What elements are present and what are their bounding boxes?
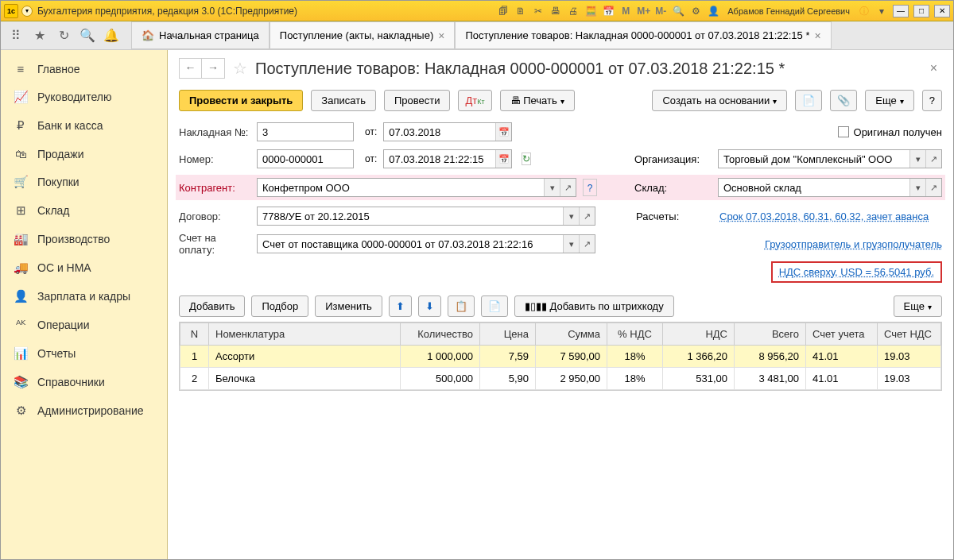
add-row-button[interactable]: Добавить xyxy=(179,295,245,317)
zoom-icon[interactable]: 🔍 xyxy=(672,5,684,17)
table-row[interactable]: 1Ассорти1 000,0007,597 590,0018%1 366,20… xyxy=(180,346,941,368)
transactions-button[interactable]: ДтКт xyxy=(458,90,491,111)
datetime-input[interactable] xyxy=(384,150,495,168)
cell-nomenclature[interactable]: Ассорти xyxy=(209,346,401,368)
cell-vat-account[interactable]: 19.03 xyxy=(878,368,941,390)
toolbar-icon[interactable]: 🗐 xyxy=(497,5,510,17)
refresh-icon[interactable]: ↻ xyxy=(522,153,531,165)
sidebar-item[interactable]: 📊Отчеты xyxy=(1,339,167,368)
sidebar-item[interactable]: 🚚ОС и НМА xyxy=(1,253,167,282)
sidebar-item[interactable]: 🛍Продажи xyxy=(1,140,167,168)
forward-button[interactable]: → xyxy=(202,59,224,78)
payment-input[interactable] xyxy=(258,235,563,253)
cell-account[interactable]: 41.01 xyxy=(806,346,878,368)
original-received-checkbox[interactable]: Оригинал получен xyxy=(838,126,942,138)
col-vat-pct[interactable]: % НДС xyxy=(607,323,663,346)
history-icon[interactable]: ↻ xyxy=(53,25,74,46)
col-vat-account[interactable]: Счет НДС xyxy=(878,323,941,346)
open-icon[interactable]: ↗ xyxy=(925,150,941,168)
table-row[interactable]: 2Белочка500,0005,902 950,0018%531,003 48… xyxy=(180,368,941,390)
calculator-icon[interactable]: 🧮 xyxy=(584,5,597,17)
col-nomenclature[interactable]: Номенклатура xyxy=(209,323,401,346)
settings-icon[interactable]: ⚙ xyxy=(689,5,702,17)
move-down-button[interactable]: ⬇ xyxy=(418,295,441,317)
cell-sum[interactable]: 7 590,00 xyxy=(536,346,607,368)
cell-vat-account[interactable]: 19.03 xyxy=(878,346,941,368)
cell-price[interactable]: 7,59 xyxy=(480,346,536,368)
open-icon[interactable]: ↗ xyxy=(925,179,941,196)
cell-sum[interactable]: 2 950,00 xyxy=(536,368,607,390)
attach-button[interactable]: 📎 xyxy=(830,90,857,111)
maximize-button[interactable]: □ xyxy=(913,5,929,17)
invoice-no-input[interactable] xyxy=(258,123,353,141)
app-menu-icon[interactable]: ▾ xyxy=(21,6,33,17)
dropdown-icon[interactable]: ▾ xyxy=(909,179,925,196)
close-icon[interactable]: × xyxy=(438,29,444,42)
calc-link[interactable]: Срок 07.03.2018, 60.31, 60.32, зачет ава… xyxy=(719,210,942,222)
vat-currency-link[interactable]: НДС сверху, USD = 56,5041 руб. xyxy=(779,266,934,278)
cell-total[interactable]: 8 956,20 xyxy=(735,346,806,368)
cell-price[interactable]: 5,90 xyxy=(480,368,536,390)
dropdown-icon[interactable]: ▾ xyxy=(563,207,579,225)
sidebar-item[interactable]: 🏭Производство xyxy=(1,225,167,253)
dropdown-icon[interactable]: ▾ xyxy=(909,150,925,168)
favorite-icon[interactable]: ★ xyxy=(29,25,50,46)
sidebar-item[interactable]: 📈Руководителю xyxy=(1,83,167,111)
print-button[interactable]: 🖶 Печать▾ xyxy=(500,90,575,111)
dropdown-icon[interactable]: ▾ xyxy=(875,5,888,17)
open-icon[interactable]: ↗ xyxy=(579,235,595,253)
user-icon[interactable]: 👤 xyxy=(707,5,719,17)
tab-receipts[interactable]: Поступление (акты, накладные) × xyxy=(270,21,456,49)
col-price[interactable]: Цена xyxy=(480,323,536,346)
dropdown-icon[interactable]: ▾ xyxy=(544,179,560,196)
toolbar-icon[interactable]: 🗎 xyxy=(514,5,527,17)
sidebar-item[interactable]: ₽Банк и касса xyxy=(1,111,167,140)
sidebar-item[interactable]: ᴬᴷОперации xyxy=(1,311,167,339)
dropdown-icon[interactable]: ▾ xyxy=(563,235,579,253)
org-input[interactable] xyxy=(719,150,909,168)
calendar-icon[interactable]: 📅 xyxy=(495,150,511,168)
col-sum[interactable]: Сумма xyxy=(536,323,607,346)
sidebar-item[interactable]: 🛒Покупки xyxy=(1,168,167,196)
invoice-date-input[interactable] xyxy=(384,123,495,141)
notifications-icon[interactable]: 🔔 xyxy=(101,25,122,46)
cell-vat[interactable]: 531,00 xyxy=(663,368,735,390)
sidebar-item[interactable]: 📚Справочники xyxy=(1,368,167,396)
contract-input[interactable] xyxy=(258,207,563,225)
mem-mplus-icon[interactable]: M+ xyxy=(637,5,650,17)
help-icon[interactable]: ? xyxy=(583,179,597,196)
apps-icon[interactable]: ⠿ xyxy=(6,25,26,46)
cell-total[interactable]: 3 481,00 xyxy=(735,368,806,390)
tab-home[interactable]: 🏠 Начальная страница xyxy=(131,21,270,49)
sidebar-item[interactable]: 👤Зарплата и кадры xyxy=(1,282,167,311)
col-vat[interactable]: НДС xyxy=(663,323,735,346)
paste-button[interactable]: 📄 xyxy=(481,295,508,317)
calendar-icon[interactable]: 📅 xyxy=(602,5,615,17)
cell-nomenclature[interactable]: Белочка xyxy=(209,368,401,390)
mem-mminus-icon[interactable]: M- xyxy=(654,5,667,17)
col-n[interactable]: N xyxy=(180,323,209,346)
sidebar-item[interactable]: ⚙Администрирование xyxy=(1,396,167,425)
info-icon[interactable]: ⓘ xyxy=(858,5,871,17)
favorite-toggle[interactable]: ☆ xyxy=(233,59,247,78)
create-based-button[interactable]: Создать на основании▾ xyxy=(652,90,787,111)
close-icon[interactable]: × xyxy=(814,29,820,42)
copy-button[interactable]: 📋 xyxy=(448,295,475,317)
table-more-button[interactable]: Еще▾ xyxy=(894,295,942,317)
counterparty-input[interactable] xyxy=(258,179,544,196)
post-and-close-button[interactable]: Провести и закрыть xyxy=(179,90,303,111)
mem-m-icon[interactable]: M xyxy=(619,5,632,17)
sidebar-item[interactable]: ≡Главное xyxy=(1,55,167,83)
search-icon[interactable]: 🔍 xyxy=(77,25,98,46)
files-button[interactable]: 📄 xyxy=(795,90,822,111)
cell-vat-pct[interactable]: 18% xyxy=(607,346,663,368)
open-icon[interactable]: ↗ xyxy=(560,179,576,196)
user-name[interactable]: Абрамов Геннадий Сергеевич xyxy=(727,6,850,16)
calendar-icon[interactable]: 📅 xyxy=(495,123,511,141)
shipper-link[interactable]: Грузоотправитель и грузополучатель xyxy=(765,238,942,250)
pick-button[interactable]: Подбор xyxy=(251,295,308,317)
warehouse-input[interactable] xyxy=(719,179,909,196)
close-document-button[interactable]: × xyxy=(925,61,942,75)
cell-vat[interactable]: 1 366,20 xyxy=(663,346,735,368)
back-button[interactable]: ← xyxy=(180,59,202,78)
